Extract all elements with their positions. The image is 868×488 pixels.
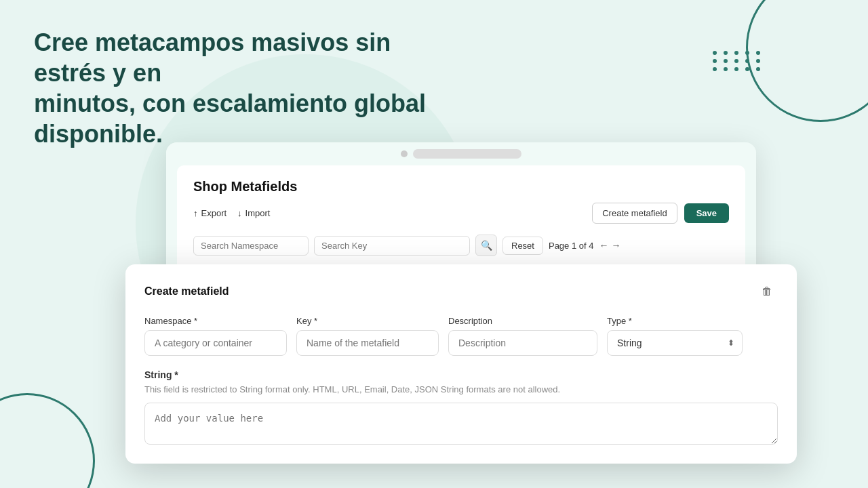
modal-description-input[interactable] [448, 330, 597, 356]
modal-type-label: Type * [607, 316, 743, 326]
modal-string-section: String * This field is restricted to Str… [144, 369, 778, 447]
modal-namespace-input[interactable] [144, 330, 287, 356]
modal-key-label: Key * [296, 316, 439, 326]
modal-description-group: Description [448, 316, 597, 356]
search-namespace-input[interactable] [193, 236, 309, 256]
save-button[interactable]: Save [684, 203, 729, 223]
search-button[interactable]: 🔍 [475, 235, 497, 256]
browser-dot [401, 150, 408, 157]
page-title: Shop Metafields [193, 179, 729, 195]
toolbar-right: Create metafield Save [592, 203, 729, 224]
modal-string-desc: This field is restricted to String forma… [144, 384, 778, 394]
toolbar-left: ↑ Export ↓ Import [193, 208, 270, 218]
modal-value-textarea[interactable] [144, 403, 778, 445]
pagination-arrows: ← → [599, 240, 620, 251]
modal-card: Create metafield 🗑 Namespace * Key * Des… [125, 264, 797, 464]
import-label: Import [245, 208, 271, 218]
modal-fields: Namespace * Key * Description Type * Str… [144, 316, 778, 356]
modal-header: Create metafield 🗑 [144, 281, 778, 302]
headline: Cree metacampos masivos sin estrés y en … [34, 27, 441, 149]
browser-chrome [166, 142, 756, 165]
modal-description-label: Description [448, 316, 597, 326]
search-icon: 🔍 [481, 240, 492, 251]
export-icon: ↑ [193, 208, 198, 218]
modal-delete-button[interactable]: 🗑 [756, 281, 778, 302]
modal-type-select-wrapper: String Integer Boolean JSON URL Email Da… [607, 330, 743, 356]
modal-string-title: String * [144, 369, 778, 380]
search-bar: 🔍 Reset Page 1 of 4 ← → [193, 235, 729, 256]
modal-namespace-group: Namespace * [144, 316, 287, 356]
next-page-button[interactable]: → [611, 240, 620, 251]
modal-title: Create metafield [144, 285, 229, 298]
import-icon: ↓ [237, 208, 242, 218]
address-bar [413, 149, 521, 159]
browser-toolbar: ↑ Export ↓ Import Create metafield Save [193, 203, 729, 224]
bg-circle-top-right [746, 0, 868, 122]
modal-key-group: Key * [296, 316, 439, 356]
modal-type-select[interactable]: String Integer Boolean JSON URL Email Da… [607, 330, 743, 356]
modal-key-input[interactable] [296, 330, 439, 356]
export-label: Export [201, 208, 227, 218]
export-link[interactable]: ↑ Export [193, 208, 226, 218]
import-link[interactable]: ↓ Import [237, 208, 270, 218]
bg-circle-bottom-left [0, 393, 95, 488]
modal-type-group: Type * String Integer Boolean JSON URL E… [607, 316, 743, 356]
modal-namespace-label: Namespace * [144, 316, 287, 326]
headline-text: Cree metacampos masivos sin estrés y en … [34, 27, 441, 149]
prev-page-button[interactable]: ← [599, 240, 608, 251]
pagination-text: Page 1 of 4 [549, 241, 594, 251]
dot-grid-decoration [713, 51, 763, 71]
search-key-input[interactable] [314, 236, 470, 256]
create-metafield-button[interactable]: Create metafield [592, 203, 677, 224]
delete-icon: 🗑 [762, 285, 772, 298]
reset-button[interactable]: Reset [502, 237, 543, 255]
